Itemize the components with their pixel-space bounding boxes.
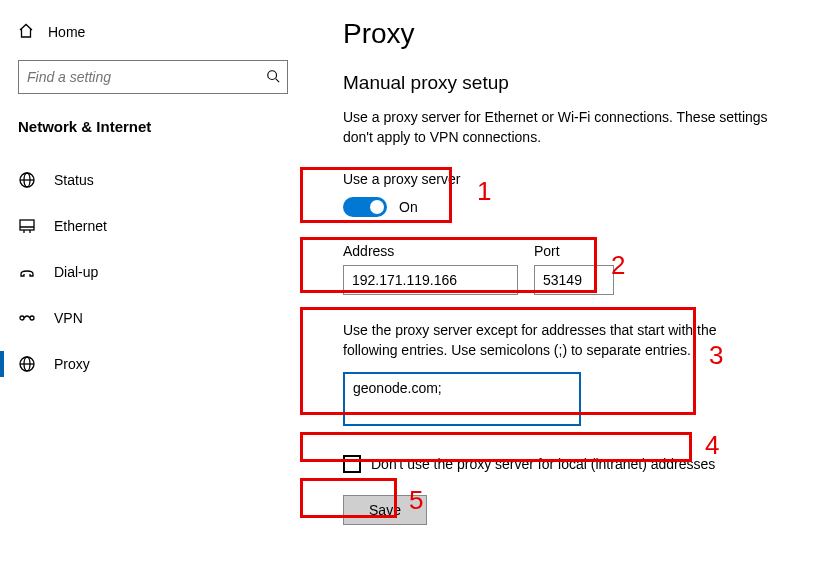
sidebar-item-label: Ethernet [54, 218, 107, 234]
status-icon [18, 171, 36, 189]
main-content: Proxy Manual proxy setup Use a proxy ser… [305, 0, 830, 567]
settings-sidebar: Home Network & Internet Status [0, 0, 305, 567]
home-nav[interactable]: Home [0, 14, 305, 46]
sidebar-item-proxy[interactable]: Proxy [0, 341, 305, 387]
port-input[interactable] [534, 265, 614, 295]
sidebar-item-label: VPN [54, 310, 83, 326]
local-bypass-checkbox[interactable] [343, 455, 361, 473]
local-bypass-label: Don't use the proxy server for local (in… [371, 456, 715, 472]
globe-icon [18, 355, 36, 373]
home-icon [18, 23, 34, 42]
sidebar-item-label: Dial-up [54, 264, 98, 280]
svg-point-0 [268, 70, 277, 79]
exceptions-input[interactable] [343, 372, 581, 426]
vpn-icon [18, 309, 36, 327]
exceptions-description: Use the proxy server except for addresse… [343, 321, 723, 360]
section-description: Use a proxy server for Ethernet or Wi-Fi… [343, 108, 773, 147]
sidebar-item-ethernet[interactable]: Ethernet [0, 203, 305, 249]
use-proxy-label: Use a proxy server [343, 171, 810, 187]
address-label: Address [343, 243, 518, 259]
search-input[interactable] [19, 69, 259, 85]
svg-point-4 [20, 316, 24, 320]
sidebar-nav: Status Ethernet Dial-up VPN [0, 145, 305, 387]
sidebar-item-dialup[interactable]: Dial-up [0, 249, 305, 295]
svg-rect-3 [20, 220, 34, 230]
sidebar-item-label: Proxy [54, 356, 90, 372]
svg-point-5 [30, 316, 34, 320]
home-label: Home [48, 24, 85, 40]
save-button[interactable]: Save [343, 495, 427, 525]
sidebar-item-status[interactable]: Status [0, 157, 305, 203]
toggle-state-label: On [399, 199, 418, 215]
port-label: Port [534, 243, 614, 259]
page-title: Proxy [343, 18, 810, 50]
use-proxy-toggle[interactable] [343, 197, 387, 217]
section-heading: Manual proxy setup [343, 72, 810, 94]
sidebar-item-vpn[interactable]: VPN [0, 295, 305, 341]
sidebar-item-label: Status [54, 172, 94, 188]
sidebar-section-title: Network & Internet [0, 94, 305, 145]
search-icon [259, 69, 287, 86]
ethernet-icon [18, 217, 36, 235]
find-setting-search[interactable] [18, 60, 288, 94]
address-input[interactable] [343, 265, 518, 295]
dialup-icon [18, 263, 36, 281]
